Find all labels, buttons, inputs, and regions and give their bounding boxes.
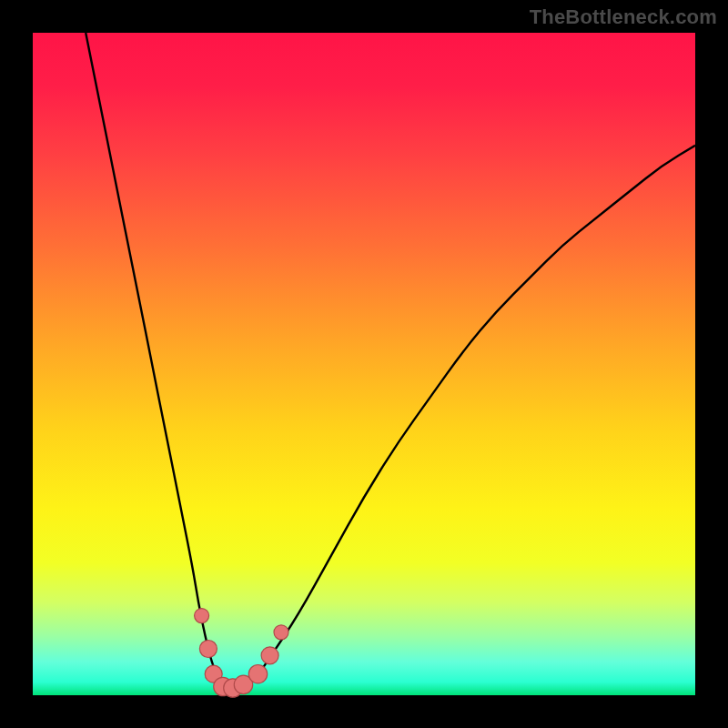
curve-marker: [248, 665, 267, 683]
bottleneck-curve-svg: [33, 33, 695, 695]
plot-area: [33, 33, 695, 695]
curve-marker: [274, 625, 288, 640]
chart-frame: TheBottleneck.com: [0, 0, 728, 728]
curve-markers: [195, 609, 288, 698]
curve-marker: [261, 647, 278, 664]
curve-marker: [199, 641, 217, 658]
bottleneck-curve: [86, 33, 695, 689]
watermark-text: TheBottleneck.com: [530, 5, 717, 29]
curve-marker: [195, 609, 209, 623]
